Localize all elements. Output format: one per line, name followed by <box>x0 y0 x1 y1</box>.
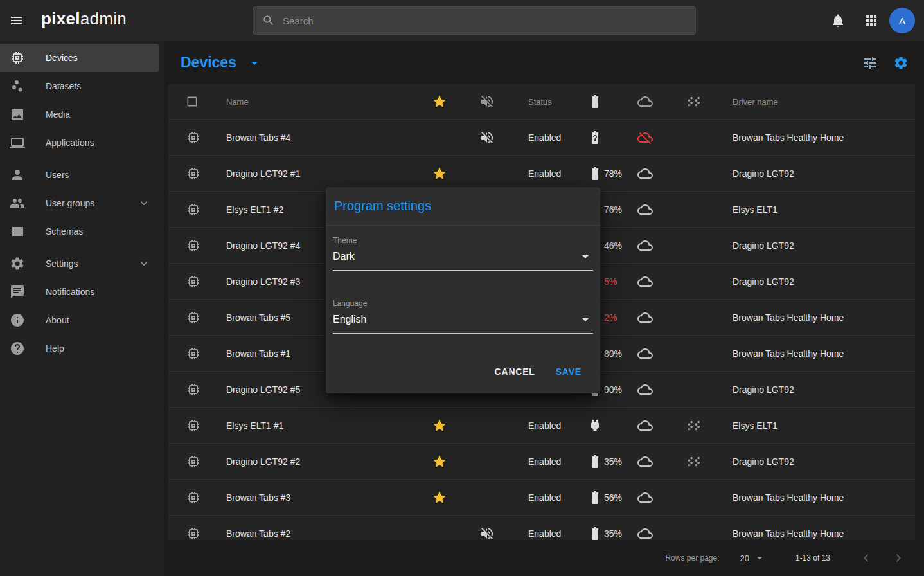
device-icon-cell <box>168 120 226 155</box>
sidebar-item-label: Users <box>46 170 69 180</box>
column-header-muted[interactable] <box>463 84 511 119</box>
search-bar[interactable] <box>253 6 696 35</box>
table-row[interactable]: Elsys ELT1 #1EnabledElsys ELT1 <box>168 408 915 444</box>
column-header-battery[interactable] <box>571 84 621 119</box>
table-row[interactable]: Browan Tabs #4EnabledBrowan Tabs Healthy… <box>168 120 915 156</box>
battery-percent: 2% <box>604 312 617 323</box>
apps-grid-button[interactable] <box>864 13 879 28</box>
sidebar-item-schemas[interactable]: Schemas <box>0 217 159 246</box>
sidebar-item-notifications[interactable]: Notifications <box>0 278 159 306</box>
memory-icon <box>186 346 201 361</box>
star-icon[interactable] <box>432 454 447 469</box>
previous-page-button[interactable] <box>858 550 874 566</box>
next-page-button[interactable] <box>891 550 906 566</box>
cancel-button[interactable]: CANCEL <box>493 363 537 381</box>
grain-cell <box>669 444 716 479</box>
search-input[interactable] <box>283 15 686 26</box>
device-status: Enabled <box>511 120 571 155</box>
sidebar-item-users[interactable]: Users <box>0 161 159 189</box>
device-icon-cell <box>168 336 226 371</box>
save-button[interactable]: SAVE <box>555 363 583 381</box>
sidebar-item-help[interactable]: Help <box>0 334 159 363</box>
column-header-grain[interactable] <box>669 84 716 119</box>
chevron-down-icon <box>753 552 766 564</box>
star-icon[interactable] <box>432 490 447 505</box>
star-cell[interactable] <box>416 408 463 443</box>
star-cell[interactable] <box>416 480 463 515</box>
filter-button[interactable] <box>862 55 878 71</box>
driver-name: Dragino LGT92 <box>716 444 915 479</box>
brand-bold: pixel <box>41 9 80 28</box>
memory-icon <box>186 526 201 541</box>
cloud-cell <box>621 120 669 155</box>
select-all-checkbox[interactable] <box>168 84 226 119</box>
device-icon-cell <box>168 300 226 335</box>
memory-icon <box>186 490 201 505</box>
avatar[interactable]: A <box>889 8 915 33</box>
menu-button[interactable] <box>9 13 24 28</box>
brand-light: admin <box>80 9 127 28</box>
program-settings-dialog: Program settings Theme Dark Language Eng… <box>326 187 600 393</box>
device-status: Enabled <box>511 516 571 540</box>
devices-title-dropdown[interactable]: Devices <box>181 54 262 71</box>
memory-icon <box>10 50 25 66</box>
theme-select[interactable]: Dark <box>333 249 593 271</box>
sidebar-item-devices[interactable]: Devices <box>0 44 159 72</box>
star-cell[interactable] <box>416 156 463 191</box>
table-row[interactable]: Dragino LGT92 #1Enabled78%Dragino LGT92 <box>168 156 915 192</box>
chevron-down-icon <box>578 249 593 264</box>
cloud-icon <box>637 94 653 109</box>
device-icon-cell <box>168 372 226 407</box>
driver-name: Dragino LGT92 <box>716 372 915 407</box>
sidebar-item-applications[interactable]: Applications <box>0 129 159 157</box>
page-title: Devices <box>181 54 236 71</box>
star-cell <box>416 516 463 540</box>
table-row[interactable]: Dragino LGT92 #2Enabled35%Dragino LGT92 <box>168 444 915 480</box>
column-header-cloud[interactable] <box>621 84 669 119</box>
battery-percent: 35% <box>604 528 622 539</box>
people-icon <box>10 195 25 211</box>
grain-cell <box>669 300 716 335</box>
battery-percent: 78% <box>604 168 622 179</box>
memory-icon <box>186 202 201 217</box>
grain-cell <box>669 120 716 155</box>
page-actions <box>862 55 909 71</box>
sidebar-item-about[interactable]: About <box>0 306 159 334</box>
cloud-icon <box>637 382 653 397</box>
driver-name: Browan Tabs Healthy Home <box>716 480 915 515</box>
cloud-icon <box>637 490 653 505</box>
device-name: Browan Tabs #2 <box>226 516 416 540</box>
power-icon <box>587 418 603 433</box>
column-header-driver[interactable]: Driver name <box>716 84 915 119</box>
cloud-icon <box>637 346 653 361</box>
mute-cell <box>463 156 511 191</box>
star-icon[interactable] <box>432 418 447 433</box>
star-cell[interactable] <box>416 444 463 479</box>
column-header-status[interactable]: Status <box>511 84 571 119</box>
notifications-button[interactable] <box>830 13 846 28</box>
battery-icon <box>587 166 603 181</box>
driver-name: Elsys ELT1 <box>716 192 915 227</box>
table-settings-button[interactable] <box>893 55 909 71</box>
star-icon <box>432 94 447 109</box>
sidebar-item-user-groups[interactable]: User groups <box>0 189 159 217</box>
sidebar-item-label: Settings <box>46 258 78 269</box>
sidebar-item-settings[interactable]: Settings <box>0 249 159 278</box>
sidebar-item-label: User groups <box>46 198 94 208</box>
rows-per-page-select[interactable]: 20 <box>740 552 765 564</box>
table-row[interactable]: Browan Tabs #3Enabled56%Browan Tabs Heal… <box>168 480 915 516</box>
sidebar-item-media[interactable]: Media <box>0 100 159 129</box>
help-icon <box>10 341 25 356</box>
cloud-cell <box>621 516 669 540</box>
table-row[interactable]: Browan Tabs #2Enabled35%Browan Tabs Heal… <box>168 516 915 540</box>
pagination-range: 1-13 of 13 <box>795 554 830 562</box>
language-select[interactable]: English <box>333 312 593 334</box>
sidebar-item-datasets[interactable]: Datasets <box>0 72 159 100</box>
cloud-icon <box>637 526 653 541</box>
battery-percent: 56% <box>604 492 622 503</box>
memory-icon <box>186 382 201 397</box>
star-icon[interactable] <box>432 166 447 181</box>
column-header-name[interactable]: Name <box>226 84 416 119</box>
grain-icon <box>686 94 700 109</box>
column-header-starred[interactable] <box>416 84 463 119</box>
